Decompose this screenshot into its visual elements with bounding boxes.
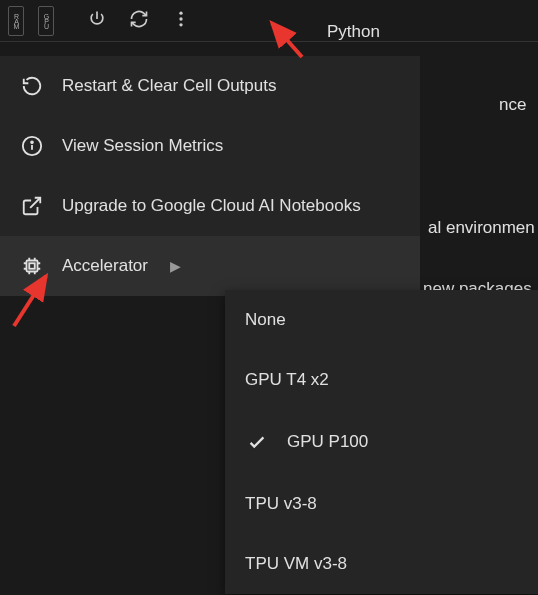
accelerator-submenu: None GPU T4 x2 GPU P100 TPU v3-8 TPU VM … (225, 290, 538, 594)
svg-point-0 (179, 11, 182, 14)
power-icon (87, 9, 107, 33)
submenu-item-label: GPU T4 x2 (245, 370, 329, 390)
menu-item-label: Accelerator (62, 256, 148, 276)
bg-text-fragment: nce (499, 95, 526, 115)
svg-rect-6 (29, 263, 35, 269)
ram-monitor[interactable]: RAM (8, 6, 24, 36)
menu-item-restart[interactable]: Restart & Clear Cell Outputs (0, 56, 420, 116)
accelerator-option-gpu-p100[interactable]: GPU P100 (225, 410, 538, 474)
menu-item-label: Restart & Clear Cell Outputs (62, 76, 276, 96)
accelerator-option-tpu-v3[interactable]: TPU v3-8 (225, 474, 538, 534)
submenu-item-label: TPU VM v3-8 (245, 554, 347, 574)
ram-label: RAM (12, 13, 20, 28)
more-vertical-icon (171, 9, 191, 33)
gpu-label: GPU (42, 13, 50, 28)
power-button[interactable] (78, 2, 116, 40)
info-icon (20, 134, 44, 158)
svg-rect-5 (27, 261, 38, 272)
kernel-label: Python (327, 22, 380, 42)
submenu-item-label: TPU v3-8 (245, 494, 317, 514)
accelerator-option-gpu-t4[interactable]: GPU T4 x2 (225, 350, 538, 410)
menu-item-label: View Session Metrics (62, 136, 223, 156)
svg-point-4 (31, 141, 33, 143)
bg-text-fragment: al environmen (428, 218, 535, 238)
restart-button[interactable] (120, 2, 158, 40)
more-options-button[interactable] (162, 2, 200, 40)
chip-icon (20, 254, 44, 278)
menu-item-metrics[interactable]: View Session Metrics (0, 116, 420, 176)
submenu-item-label: GPU P100 (287, 432, 368, 452)
chevron-right-icon: ▶ (170, 258, 181, 274)
menu-item-upgrade[interactable]: Upgrade to Google Cloud AI Notebooks (0, 176, 420, 236)
external-link-icon (20, 194, 44, 218)
restart-icon (20, 74, 44, 98)
submenu-item-label: None (245, 310, 286, 330)
toolbar: RAM GPU (0, 0, 538, 42)
menu-item-label: Upgrade to Google Cloud AI Notebooks (62, 196, 361, 216)
menu-item-accelerator[interactable]: Accelerator ▶ (0, 236, 420, 296)
svg-point-2 (179, 23, 182, 26)
accelerator-option-tpu-vm[interactable]: TPU VM v3-8 (225, 534, 538, 594)
gpu-monitor[interactable]: GPU (38, 6, 54, 36)
resource-monitors: RAM GPU (8, 6, 54, 36)
check-icon (245, 430, 269, 454)
accelerator-option-none[interactable]: None (225, 290, 538, 350)
svg-point-1 (179, 17, 182, 20)
refresh-icon (129, 9, 149, 33)
options-dropdown-menu: Restart & Clear Cell Outputs View Sessio… (0, 56, 420, 296)
